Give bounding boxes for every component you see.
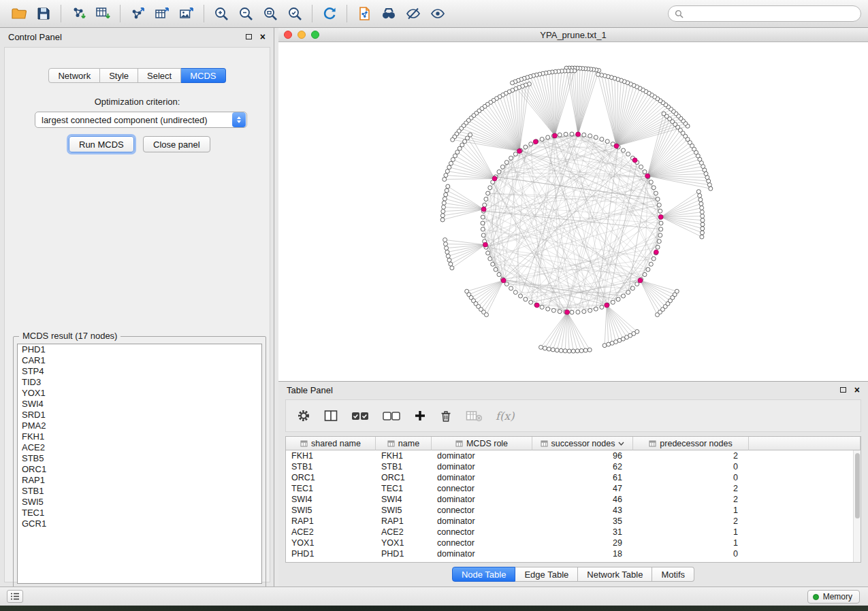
column-header-predecessor-nodes[interactable]: predecessor nodes [633, 437, 749, 450]
network-view-window: YPA_prune.txt_1 [278, 28, 868, 381]
export-image-button[interactable] [174, 3, 199, 24]
table-cell: ACE2 [376, 527, 432, 538]
table-row[interactable]: FKH1FKH1dominator962 [286, 450, 861, 461]
tab-style[interactable]: Style [100, 68, 138, 83]
delete-table-button-disabled [466, 410, 482, 422]
function-builder-button-disabled: f(x) [496, 410, 514, 423]
table-tab-edge-table[interactable]: Edge Table [515, 567, 578, 582]
mcds-result-item[interactable]: CAR1 [18, 355, 261, 366]
column-header-MCDS-role[interactable]: MCDS role [432, 437, 532, 450]
zoom-out-icon [238, 5, 254, 22]
delete-column-button[interactable] [440, 410, 452, 423]
close-panel-icon[interactable]: × [854, 385, 860, 395]
import-table-button[interactable] [91, 3, 115, 24]
table-cell: YOX1 [286, 538, 376, 548]
zoom-selected-button[interactable] [283, 3, 307, 24]
open-session-button[interactable] [7, 3, 31, 24]
hide-graphics-button[interactable] [401, 3, 425, 24]
show-graphics-button[interactable] [425, 3, 450, 24]
criterion-dropdown[interactable]: largest connected component (undirected) [35, 112, 247, 128]
table-cell: 18 [532, 548, 633, 559]
scrollbar-thumb[interactable] [855, 453, 860, 518]
mcds-result-item[interactable]: ACE2 [18, 442, 261, 453]
table-row[interactable]: ORC1ORC1dominator610 [286, 472, 861, 483]
memory-button[interactable]: Memory [807, 590, 860, 604]
table-tab-motifs[interactable]: Motifs [652, 567, 694, 582]
mcds-result-item[interactable]: FKH1 [18, 431, 261, 442]
table-cell: PHD1 [286, 548, 376, 559]
float-panel-icon[interactable] [840, 387, 846, 393]
node-table[interactable]: shared namenameMCDS rolesuccessor nodesp… [285, 436, 861, 563]
select-all-button[interactable] [351, 410, 369, 422]
tab-network[interactable]: Network [48, 68, 100, 83]
search-input[interactable] [688, 9, 854, 19]
mcds-result-item[interactable]: GCR1 [18, 518, 261, 529]
mcds-result-item[interactable]: TID3 [18, 377, 261, 388]
column-header-successor-nodes[interactable]: successor nodes [532, 437, 633, 450]
table-row[interactable]: STB1STB1dominator620 [286, 461, 861, 472]
tab-select[interactable]: Select [138, 68, 181, 83]
table-cell: PHD1 [376, 548, 432, 559]
desktop-background [0, 606, 868, 611]
table-row[interactable]: SWI4SWI4dominator462 [286, 494, 861, 505]
mcds-result-item[interactable]: PHD1 [18, 344, 261, 355]
mcds-result-item[interactable]: PMA2 [18, 420, 261, 431]
column-header-shared-name[interactable]: shared name [286, 437, 376, 450]
mcds-result-item[interactable]: SRD1 [18, 410, 261, 420]
table-row[interactable]: SWI5SWI5connector431 [286, 505, 861, 516]
float-panel-icon[interactable] [246, 34, 252, 39]
import-network-button[interactable] [66, 3, 91, 24]
add-column-button[interactable] [414, 410, 426, 422]
zoom-fit-button[interactable] [258, 3, 283, 24]
column-header-name[interactable]: name [376, 437, 432, 450]
mcds-result-item[interactable]: YOX1 [18, 388, 261, 399]
refresh-button[interactable] [317, 3, 342, 24]
mcds-result-item[interactable]: RAP1 [18, 475, 261, 486]
run-mcds-button[interactable]: Run MCDS [69, 136, 134, 152]
mcds-result-item[interactable]: SWI4 [18, 399, 261, 410]
search-field[interactable] [668, 5, 861, 22]
table-cell: 61 [532, 472, 633, 483]
mcds-result-item[interactable]: STP4 [18, 366, 261, 377]
mcds-result-item[interactable]: STB5 [18, 453, 261, 464]
mcds-result-item[interactable]: TEC1 [18, 508, 261, 518]
zoom-in-button[interactable] [209, 3, 234, 24]
zoom-selected-icon [287, 5, 303, 22]
table-cell: connector [432, 538, 532, 548]
table-row[interactable]: PHD1PHD1dominator180 [286, 548, 861, 559]
table-row[interactable]: RAP1RAP1dominator352 [286, 516, 861, 527]
deselect-all-button[interactable] [383, 410, 400, 422]
table-cell: 62 [532, 461, 633, 472]
table-panel: Table Panel × f(x) shared namenameMCDS r… [278, 381, 868, 587]
mcds-result-list[interactable]: PHD1CAR1STP4TID3YOX1SWI4SRD1PMA2FKH1ACE2… [17, 344, 262, 584]
network-canvas[interactable] [278, 42, 868, 381]
table-tab-node-table[interactable]: Node Table [452, 567, 516, 582]
mcds-result-item[interactable]: SWI5 [18, 497, 261, 508]
mcds-result-item[interactable]: STB1 [18, 486, 261, 497]
table-row[interactable]: TEC1TEC1connector472 [286, 483, 861, 494]
network-search-button[interactable] [376, 3, 401, 24]
export-network-button[interactable] [125, 3, 150, 24]
show-columns-button[interactable] [324, 410, 338, 422]
table-cell: dominator [432, 472, 532, 483]
show-networks-list-button[interactable] [7, 590, 23, 603]
close-panel-icon[interactable]: × [260, 32, 266, 42]
table-cell: STB1 [376, 461, 432, 472]
network-window-titlebar[interactable]: YPA_prune.txt_1 [278, 28, 868, 42]
export-table-icon [154, 5, 170, 22]
network-graph[interactable] [278, 42, 868, 381]
table-row[interactable]: YOX1YOX1connector291 [286, 538, 861, 548]
toolbar-separator [61, 5, 61, 22]
table-row[interactable]: ACE2ACE2connector311 [286, 527, 861, 538]
clone-network-button[interactable] [352, 3, 376, 24]
tab-mcds[interactable]: MCDS [181, 68, 225, 83]
table-settings-button[interactable] [297, 409, 310, 423]
export-table-button[interactable] [150, 3, 174, 24]
table-tab-network-table[interactable]: Network Table [578, 567, 652, 582]
table-vertical-scrollbar[interactable] [853, 450, 861, 562]
zoom-out-button[interactable] [234, 3, 258, 24]
table-cell: 29 [532, 538, 633, 548]
save-session-button[interactable] [31, 3, 56, 24]
mcds-result-item[interactable]: ORC1 [18, 464, 261, 475]
close-panel-button[interactable]: Close panel [143, 136, 210, 152]
